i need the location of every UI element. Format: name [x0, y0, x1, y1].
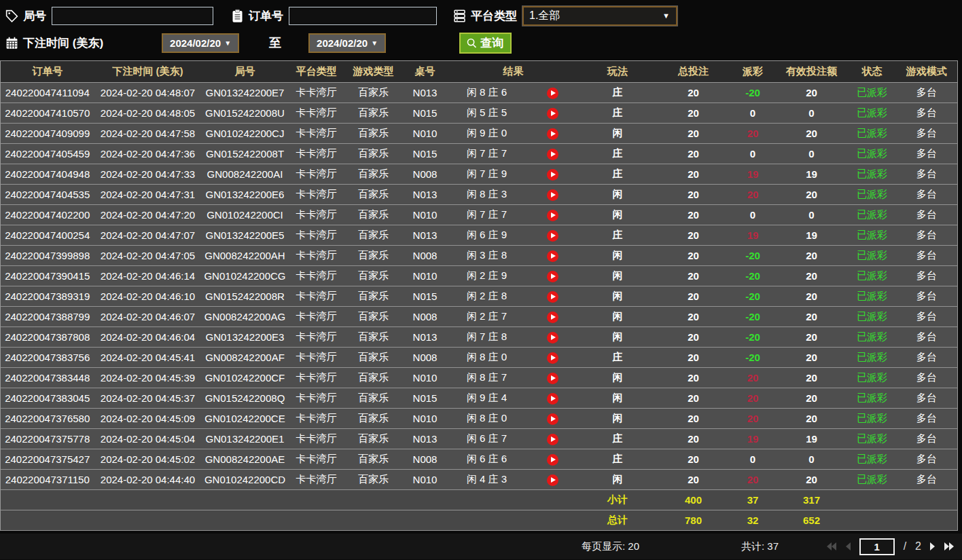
valid-bet-cell: 20 [775, 368, 849, 388]
replay-play-icon[interactable] [547, 149, 558, 160]
bet-time-cell: 2024-02-20 04:47:36 [94, 144, 202, 164]
status-cell: 已派彩 [849, 144, 896, 164]
game-type-cell: 百家乐 [344, 124, 403, 144]
play-triangle [551, 477, 556, 483]
status-cell: 已派彩 [849, 348, 896, 368]
game-mode-cell: 多台 [896, 185, 958, 205]
replay-play-icon[interactable] [547, 393, 558, 405]
table-row: 240220047389319 2024-02-20 04:46:10 GN01… [1, 286, 958, 307]
replay-play-icon[interactable] [547, 373, 558, 384]
chevron-down-icon: ▼ [662, 12, 670, 20]
platform-type-cell: 卡卡湾厅 [289, 164, 344, 185]
table-no-cell: N008 [403, 449, 448, 470]
replay-play-icon[interactable] [547, 210, 558, 221]
first-page-icon[interactable] [825, 542, 838, 551]
payout-cell: -20 [731, 327, 775, 348]
platform-type-cell: 卡卡湾厅 [289, 205, 344, 225]
grand-total-row: 总计 780 32 652 [1, 510, 958, 531]
next-page-icon[interactable] [929, 542, 937, 551]
play-type-cell: 庄 [580, 449, 656, 470]
date-to-picker[interactable]: 2024/02/20▼ [308, 33, 386, 53]
prev-page-icon[interactable] [844, 542, 852, 551]
game-type-cell: 百家乐 [344, 429, 403, 449]
order-no-cell: 240220047410570 [1, 103, 94, 124]
replay-play-icon[interactable] [547, 454, 558, 466]
play-triangle [551, 457, 556, 462]
platform-type-cell: 卡卡湾厅 [289, 388, 344, 409]
order-no-cell: 240220047399898 [1, 246, 94, 266]
replay-play-icon[interactable] [547, 250, 558, 262]
table-footer: 小计 400 37 317 总计 780 32 652 [1, 490, 958, 531]
game-mode-cell: 多台 [896, 205, 958, 225]
replay-play-icon[interactable] [547, 352, 558, 364]
table-row: 240220047411094 2024-02-20 04:48:07 GN01… [1, 83, 958, 103]
bet-time-cell: 2024-02-20 04:45:09 [94, 409, 202, 429]
result-cell: 闲 7 庄 9 [448, 164, 527, 185]
game-type-cell: 百家乐 [344, 307, 403, 327]
total-bet-cell: 20 [656, 368, 731, 388]
replay-play-icon[interactable] [547, 312, 558, 323]
order-no-cell: 240220047409099 [1, 124, 94, 144]
replay-play-icon[interactable] [547, 189, 558, 201]
header-result: 结果 [448, 61, 580, 83]
play-type-cell: 庄 [580, 83, 656, 103]
header-order-no: 订单号 [1, 61, 94, 83]
game-mode-cell: 多台 [896, 144, 958, 164]
result-cell: 闲 8 庄 6 [448, 83, 527, 103]
replay-play-icon[interactable] [547, 88, 558, 99]
table-no-cell: N015 [403, 286, 448, 307]
replay-play-icon[interactable] [547, 230, 558, 242]
order-no-cell: 240220047405459 [1, 144, 94, 164]
play-triangle [551, 314, 556, 320]
total-bet-cell: 20 [656, 246, 731, 266]
result-cell: 闲 4 庄 3 [448, 470, 527, 490]
game-no-cell: GN010242200CG [202, 266, 289, 286]
payout-cell: -20 [731, 246, 775, 266]
result-cell: 闲 8 庄 7 [448, 368, 527, 388]
order-no-label: 订单号 [249, 8, 283, 24]
last-page-icon[interactable] [943, 542, 955, 551]
status-cell: 已派彩 [849, 164, 896, 185]
server-list-icon [452, 8, 467, 23]
play-triangle [551, 274, 556, 279]
replay-play-icon[interactable] [547, 271, 558, 282]
payout-cell: 20 [731, 124, 775, 144]
game-type-cell: 百家乐 [344, 205, 403, 225]
platform-type-select[interactable]: 1.全部 ▼ [522, 6, 677, 26]
result-cell: 闲 8 庄 3 [448, 185, 527, 205]
status-cell: 已派彩 [849, 83, 896, 103]
bet-time-cell: 2024-02-20 04:48:05 [94, 103, 202, 124]
replay-play-icon[interactable] [547, 128, 558, 140]
platform-type-cell: 卡卡湾厅 [289, 124, 344, 144]
replay-play-icon[interactable] [547, 169, 558, 181]
game-no-label: 局号 [23, 8, 46, 24]
page-number-input[interactable] [859, 538, 895, 555]
result-cell: 闲 5 庄 5 [448, 103, 527, 124]
valid-bet-cell: 20 [775, 246, 849, 266]
table-no-cell: N008 [403, 348, 448, 368]
game-no-cell: GN0152422008R [202, 286, 289, 307]
game-type-cell: 百家乐 [344, 409, 403, 429]
replay-play-icon[interactable] [547, 434, 558, 445]
table-no-cell: N015 [403, 144, 448, 164]
replay-play-icon[interactable] [547, 108, 558, 119]
date-from-picker[interactable]: 2024/02/20▼ [162, 33, 239, 53]
search-toolbar: 局号 订单号 平台类型 1.全部 ▼ 下注时间 (美东) 2024/02/20▼… [0, 0, 962, 58]
grand-total-payout: 32 [731, 510, 775, 531]
play-triangle [551, 335, 556, 340]
search-button[interactable]: 查询 [459, 33, 512, 54]
play-type-cell: 庄 [580, 348, 656, 368]
replay-play-icon[interactable] [547, 413, 558, 425]
order-no-input[interactable] [289, 7, 437, 25]
replay-play-icon[interactable] [547, 291, 558, 303]
game-no-input[interactable] [52, 7, 213, 25]
calendar-icon [4, 35, 19, 50]
result-cell: 闲 6 庄 9 [448, 225, 527, 246]
replay-play-icon[interactable] [547, 332, 558, 343]
bet-time-cell: 2024-02-20 04:46:14 [94, 266, 202, 286]
replay-play-icon[interactable] [547, 474, 558, 486]
play-triangle [551, 436, 556, 442]
game-mode-cell: 多台 [896, 368, 958, 388]
status-cell: 已派彩 [849, 266, 896, 286]
header-play-type: 玩法 [580, 61, 656, 83]
